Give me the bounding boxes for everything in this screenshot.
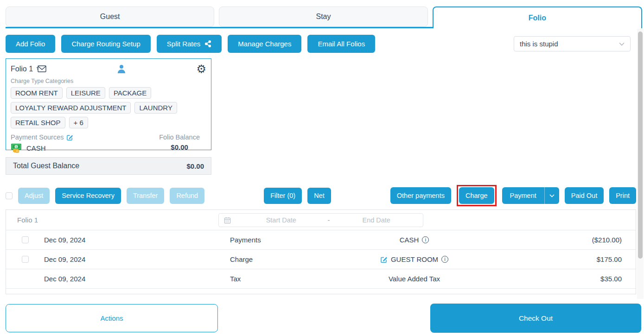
info-icon[interactable]: i [441,256,448,263]
total-guest-balance: Total Guest Balance $0.00 [6,157,211,175]
category-chip: PACKAGE [109,87,151,99]
row-type: Payments [230,236,300,244]
row-detail-cell: GUEST ROOM i [300,255,529,263]
payment-chevron-down-icon[interactable] [545,187,559,204]
folio-toolbar: Add Folio Charge Routing Setup Split Rat… [6,35,631,53]
date-range-input[interactable]: Start Date - End Date [218,213,423,227]
tab-guest-label: Guest [100,13,120,21]
gear-icon[interactable]: ⚙ [196,63,206,75]
folio-card-header: Folio 1 ⚙ [11,63,206,75]
edit-charge-icon[interactable] [380,256,388,263]
row-amount: ($210.00) [529,236,622,244]
guest-person-icon[interactable] [117,64,126,74]
share-icon [204,40,211,47]
more-categories-badge[interactable]: + 6 [69,117,88,128]
manage-charges-button[interactable]: Manage Charges [228,35,301,53]
annotation-highlight-box: Charge [457,185,497,206]
row-date: Dec 09, 2024 [44,275,230,283]
payment-button-label: Payment [502,187,544,204]
folio-select-value: this is stupid [520,40,558,48]
row-type: Charge [230,255,300,263]
transactions-table: Folio 1 Start Date - End Date Dec 09, 20… [6,209,636,294]
filter-action-group: Filter (0) Net [264,188,331,204]
right-action-group: Other payments Charge Payment Paid Out P… [390,185,636,206]
transfer-button[interactable]: Transfer [127,188,164,204]
chevron-down-icon [619,42,625,46]
cash-icon: $ [11,143,23,153]
payment-split-button[interactable]: Payment [502,187,559,204]
edit-payment-sources-icon[interactable] [66,134,73,141]
table-row-payment: Dec 09, 2024 Payments CASH i ($210.00) [6,230,636,250]
category-chip: LAUNDRY [134,102,177,114]
tab-bar: Guest Stay Folio [6,6,642,28]
payment-sources-row: Payment Sources [11,133,73,141]
folio-select-dropdown[interactable]: this is stupid [514,36,631,51]
charge-type-categories-label: Charge Type Categories [11,78,206,84]
select-all-checkbox[interactable] [6,192,13,199]
row-checkbox[interactable] [22,256,29,263]
table-row-tax: Dec 09, 2024 Tax Value Added Tax $35.00 [6,269,636,289]
row-checkbox-cell [22,236,44,243]
vertical-scrollbar[interactable] [637,29,644,299]
category-chip: LEISURE [66,87,105,99]
tab-folio[interactable]: Folio [433,6,642,28]
folio-title-label: Folio 1 [11,65,33,73]
scrollbar-thumb[interactable] [638,32,643,259]
end-date-placeholder[interactable]: End Date [330,216,423,224]
folio-balance-label: Folio Balance [159,133,200,141]
payment-sources-block: Payment Sources $ CASH [11,133,73,153]
row-detail: GUEST ROOM [391,255,438,263]
category-chip: RETAIL SHOP [11,117,65,128]
category-chip: LOYALTY REWARD ADJUSTMENT [11,102,131,114]
email-folio-icon[interactable] [36,65,46,73]
charge-routing-setup-button[interactable]: Charge Routing Setup [61,35,150,53]
row-date: Dec 09, 2024 [44,236,230,244]
split-rates-label: Split Rates [167,40,201,48]
row-amount: $175.00 [529,255,622,263]
check-out-button[interactable]: Check Out [430,304,641,333]
total-guest-balance-label: Total Guest Balance [13,162,79,170]
paid-out-button[interactable]: Paid Out [565,187,604,204]
folio-group-label: Folio 1 [17,216,38,224]
folio-card-title: Folio 1 [11,65,46,73]
adjust-button[interactable]: Adjust [18,188,50,204]
start-date-placeholder[interactable]: Start Date [235,216,328,224]
row-detail: CASH [400,236,419,244]
row-type: Tax [230,275,300,283]
tab-stay-label: Stay [316,13,331,21]
payment-source-name: CASH [26,144,46,152]
print-button[interactable]: Print [609,187,636,204]
other-payments-button[interactable]: Other payments [390,187,451,204]
payment-source-item: $ CASH [11,143,73,153]
filter-button[interactable]: Filter (0) [264,188,302,204]
transaction-actions-row: Adjust Service Recovery Transfer Refund … [6,185,636,206]
charge-button[interactable]: Charge [459,187,494,204]
split-rates-button[interactable]: Split Rates [157,35,222,53]
tab-folio-label: Folio [529,14,546,22]
table-row-charge: Dec 09, 2024 Charge GUEST ROOM i $175.00 [6,250,636,269]
tab-guest[interactable]: Guest [6,6,214,27]
row-checkbox-cell [22,256,44,263]
folio-card-footer: Payment Sources $ CASH Folio Balance $0.… [11,133,206,153]
folio-balance-value: $0.00 [159,143,200,151]
add-folio-button[interactable]: Add Folio [6,35,55,53]
payment-sources-label: Payment Sources [11,133,64,141]
category-chip: ROOM RENT [11,87,63,99]
refund-button[interactable]: Refund [170,188,204,204]
svg-text:$: $ [15,145,17,149]
service-recovery-button[interactable]: Service Recovery [55,188,121,204]
actions-button[interactable]: Actions [6,304,218,332]
row-amount: $35.00 [529,275,622,283]
row-detail: Value Added Tax [389,275,440,283]
info-icon[interactable]: i [422,236,429,243]
row-checkbox[interactable] [22,236,29,243]
total-guest-balance-value: $0.00 [186,162,204,170]
tab-stay[interactable]: Stay [219,6,427,27]
net-button[interactable]: Net [307,188,331,204]
row-detail-cell: CASH i [300,236,529,244]
row-date: Dec 09, 2024 [44,255,230,263]
email-all-folios-button[interactable]: Email All Folios [307,35,375,53]
table-header: Folio 1 Start Date - End Date [6,210,636,230]
left-action-group: Adjust Service Recovery Transfer Refund [6,188,204,204]
folio-balance-block: Folio Balance $0.00 [159,133,200,153]
